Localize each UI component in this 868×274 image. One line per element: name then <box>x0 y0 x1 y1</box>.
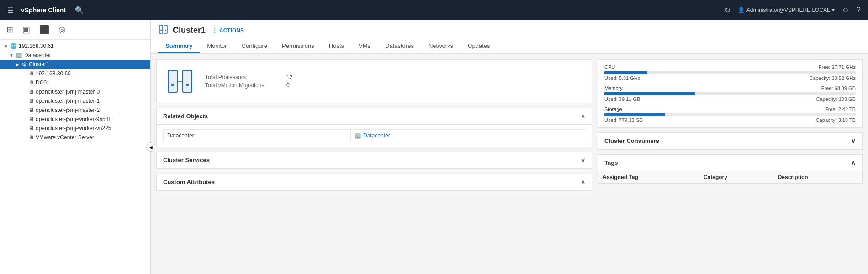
top-header: ☰ vSphere Client 🔍 ↻ 👤 Administrator@VSP… <box>0 0 868 20</box>
tree-item-cluster1[interactable]: ▶ ⚙ Cluster1 <box>0 60 150 69</box>
storage-view-icon[interactable]: ⬛ <box>38 24 50 36</box>
tree-view: ▼ 🌐 192.168.30.61 ▼ 🏢 Datacenter ▶ ⚙ Clu… <box>0 40 150 274</box>
user-chevron-icon: ▾ <box>832 7 835 13</box>
user-menu[interactable]: 👤 Administrator@VSPHERE.LOCAL ▾ <box>738 7 835 13</box>
tab-datastores[interactable]: Datastores <box>378 40 421 53</box>
right-panel: CPU Free: 27.71 GHz Used: 5.81 GHz Capac… <box>598 59 863 269</box>
svg-point-3 <box>165 30 166 31</box>
related-objects-body: Datacenter 🏢 Datacenter <box>157 125 592 147</box>
related-objects-chevron-icon: ∧ <box>581 113 585 120</box>
cluster-services-chevron-icon: ∨ <box>581 157 585 163</box>
tree-item-vcenter-server[interactable]: 🖥 VMware vCenter Server <box>0 133 150 142</box>
tags-col-description: Description <box>773 171 862 184</box>
memory-bar-background <box>604 92 856 95</box>
cpu-capacity-label: Capacity: 33.52 GHz <box>810 75 856 81</box>
tab-summary[interactable]: Summary <box>158 40 200 53</box>
content-header-top: Cluster1 ⋮ ACTIONS <box>158 24 861 37</box>
tab-vms[interactable]: VMs <box>351 40 378 53</box>
custom-attributes-card: Custom Attributes ∧ <box>156 174 592 191</box>
tree-item-master-2[interactable]: 🖥 opencluster-j5rnj-master-2 <box>0 105 150 115</box>
hosts-view-icon[interactable]: ⊞ <box>5 24 14 36</box>
tab-configure[interactable]: Configure <box>234 40 275 53</box>
refresh-icon[interactable]: ↻ <box>725 6 730 15</box>
related-objects-header[interactable]: Related Objects ∧ <box>157 108 592 125</box>
actions-label: ACTIONS <box>219 27 244 34</box>
host-icon: 🖥 <box>28 116 34 122</box>
cluster-services-card: Cluster Services ∨ <box>156 152 592 169</box>
host-icon: 🖥 <box>28 125 34 132</box>
tree-item-master-1[interactable]: 🖥 opencluster-j5rnj-master-1 <box>0 96 150 105</box>
hamburger-icon[interactable]: ☰ <box>7 6 14 15</box>
svg-point-2 <box>160 30 162 31</box>
cluster-consumers-header[interactable]: Cluster Consumers ∨ <box>598 133 862 149</box>
page-title: Cluster1 <box>173 26 206 35</box>
tree-item-dc01[interactable]: 🖥 DC01 <box>0 78 150 87</box>
svg-rect-1 <box>164 25 167 33</box>
app-title: vSphere Client <box>21 6 66 14</box>
related-objects-card: Related Objects ∧ Datacenter 🏢 Datacente… <box>156 108 592 147</box>
custom-attributes-header[interactable]: Custom Attributes ∧ <box>157 174 592 190</box>
tree-label: Datacenter <box>24 52 51 58</box>
tree-label: VMware vCenter Server <box>36 134 94 141</box>
related-objects-table: Datacenter 🏢 Datacenter <box>163 129 585 142</box>
tree-item-master-0[interactable]: 🖥 opencluster-j5rnj-master-0 <box>0 87 150 96</box>
search-button[interactable]: 🔍 <box>75 6 84 15</box>
arrow-icon: ▼ <box>4 44 10 49</box>
tags-table-header-row: Assigned Tag Category Description <box>598 171 862 184</box>
content-area: Cluster1 ⋮ ACTIONS Summary Monitor Confi… <box>151 20 868 274</box>
summary-stats-section: Total Processors: 12 Total vMotion Migra… <box>156 59 592 103</box>
storage-bar-fill <box>604 113 665 116</box>
actions-button[interactable]: ⋮ ACTIONS <box>209 26 247 35</box>
tab-networks[interactable]: Networks <box>421 40 460 53</box>
stat-label: Total vMotion Migrations: <box>205 82 283 89</box>
cpu-label: CPU <box>604 64 615 70</box>
content-header: Cluster1 ⋮ ACTIONS Summary Monitor Confi… <box>151 20 868 54</box>
storage-bar-background <box>604 113 856 116</box>
left-panel: Total Processors: 12 Total vMotion Migra… <box>156 59 592 269</box>
stat-value: 0 <box>286 82 290 89</box>
feedback-icon[interactable]: ☺ <box>842 6 849 14</box>
tree-item-vcenter-root[interactable]: ▼ 🌐 192.168.30.61 <box>0 42 150 51</box>
svg-rect-4 <box>168 70 177 92</box>
tree-item-worker-9h58t[interactable]: 🖥 opencluster-j5rnj-worker-9h58t <box>0 115 150 124</box>
tree-label: opencluster-j5rnj-master-1 <box>36 98 100 104</box>
cpu-used-label: Used: 5.81 GHz <box>604 75 640 81</box>
datacenter-link[interactable]: 🏢 Datacenter <box>355 132 581 139</box>
host-icon: 🖥 <box>28 70 34 77</box>
storage-free-label: Free: 2.42 TB <box>825 106 856 112</box>
tab-permissions[interactable]: Permissions <box>275 40 322 53</box>
vms-view-icon[interactable]: ▣ <box>21 24 31 36</box>
tags-table: Assigned Tag Category Description <box>598 171 862 184</box>
user-label: Administrator@VSPHERE.LOCAL <box>746 7 830 13</box>
tags-card: Tags ∧ Assigned Tag Category Description <box>598 154 863 184</box>
memory-resource-row: Memory Free: 68.89 GB Used: 39.11 GB Cap… <box>604 85 856 102</box>
table-row: Datacenter 🏢 Datacenter <box>164 130 585 142</box>
sidebar-collapse-button[interactable]: ◀ <box>146 142 155 152</box>
tree-item-host1[interactable]: 🖥 192.168.30.60 <box>0 69 150 78</box>
cluster-icon: ⚙ <box>22 61 27 68</box>
cluster-consumers-card: Cluster Consumers ∨ <box>598 132 863 150</box>
tags-header[interactable]: Tags ∧ <box>598 155 862 171</box>
tags-title: Tags <box>604 159 618 166</box>
ro-value-cell: 🏢 Datacenter <box>351 130 585 142</box>
memory-label: Memory <box>604 85 623 91</box>
tab-monitor[interactable]: Monitor <box>200 40 234 53</box>
cluster-services-header[interactable]: Cluster Services ∨ <box>157 152 592 169</box>
tree-item-datacenter[interactable]: ▼ 🏢 Datacenter <box>0 51 150 60</box>
memory-used-label: Used: 39.11 GB <box>604 96 640 102</box>
help-icon[interactable]: ? <box>857 6 861 14</box>
header-right-actions: ↻ 👤 Administrator@VSPHERE.LOCAL ▾ ☺ ? <box>725 6 861 15</box>
networks-view-icon[interactable]: ◎ <box>58 24 67 36</box>
svg-point-6 <box>171 84 174 86</box>
sidebar: ⊞ ▣ ⬛ ◎ ▼ 🌐 192.168.30.61 ▼ 🏢 Datacenter… <box>0 20 151 274</box>
tab-hosts[interactable]: Hosts <box>322 40 351 53</box>
tree-label: 192.168.30.60 <box>36 70 71 77</box>
tree-label: 192.168.30.61 <box>19 43 54 49</box>
tree-item-worker-vn225[interactable]: 🖥 opencluster-j5rnj-worker-vn225 <box>0 124 150 133</box>
tab-updates[interactable]: Updates <box>460 40 497 53</box>
host-icon: 🖥 <box>28 79 34 86</box>
main-layout: ⊞ ▣ ⬛ ◎ ▼ 🌐 192.168.30.61 ▼ 🏢 Datacenter… <box>0 20 868 274</box>
svg-point-7 <box>186 84 189 86</box>
tree-label: opencluster-j5rnj-master-0 <box>36 89 100 95</box>
datacenter-icon: 🏢 <box>16 52 22 58</box>
